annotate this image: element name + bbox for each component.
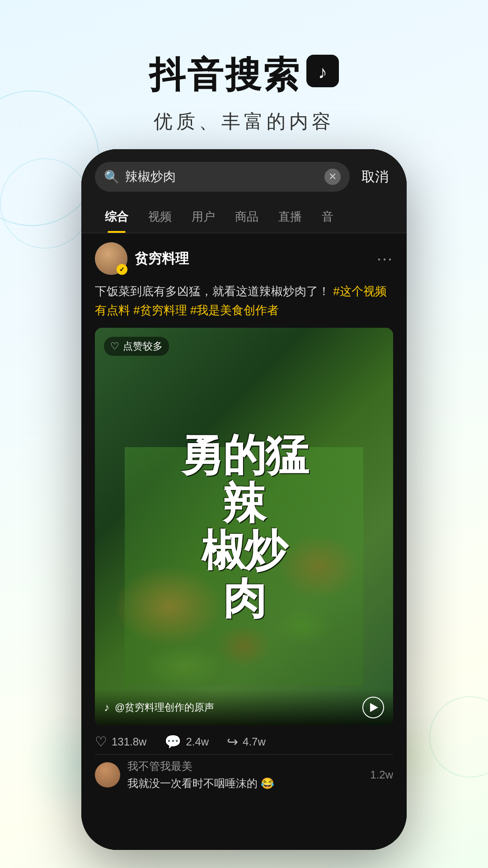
svg-text:♪: ♪ [318,62,327,82]
tabs-container: 综合 视频 用户 商品 直播 音 [81,201,407,233]
phone-frame: 🔍 辣椒炒肉 ✕ 取消 综合 视频 用户 商品 [81,149,407,850]
like-icon: ♡ [95,734,107,750]
comment-text: 我就没一次看时不咽唾沫的 😂 [127,776,363,791]
search-icon: 🔍 [104,170,120,184]
search-query: 辣椒炒肉 [125,168,319,185]
tab-直播[interactable]: 直播 [268,201,312,233]
title-row: 抖音搜索 ♪ [149,51,339,100]
top-section: 抖音搜索 ♪ 优质、丰富的内容 [0,0,488,158]
tab-视频[interactable]: 视频 [138,201,182,233]
comment-icon: 💬 [164,734,181,750]
comments-stat[interactable]: 💬 2.4w [164,734,209,750]
tiktok-small-icon: ♪ [104,701,109,714]
tab-商品[interactable]: 商品 [225,201,268,233]
app-subtitle: 优质、丰富的内容 [154,109,334,134]
verified-badge: ✓ [117,264,127,275]
app-title: 抖音搜索 [149,51,301,100]
post-description: 下饭菜到底有多凶猛，就看这道辣椒炒肉了！ #这个视频有点料 #贫穷料理 #我是美… [95,282,393,320]
play-button[interactable] [362,697,384,718]
tab-用户[interactable]: 用户 [182,201,225,233]
video-bottom-bar: ♪ @贫穷料理创作的原声 [95,689,393,726]
content-area: ✓ 贫穷料理 ··· 下饭菜到底有多凶猛，就看这道辣椒炒肉了！ #这个视频有点料… [81,233,407,850]
comment-content: 我不管我最美 我就没一次看时不咽唾沫的 😂 [127,759,363,791]
bg-decoration-2 [0,158,90,249]
likes-stat[interactable]: ♡ 131.8w [95,734,146,750]
phone-mockup: 🔍 辣椒炒肉 ✕ 取消 综合 视频 用户 商品 [81,149,407,850]
user-card: ✓ 贫穷料理 ··· [95,242,393,275]
play-triangle-icon [370,703,378,712]
stats-bar: ♡ 131.8w 💬 2.4w ↪ 4.7w [95,726,393,754]
commenter-name: 我不管我最美 [127,759,363,774]
cancel-button[interactable]: 取消 [357,168,393,186]
likes-count: 131.8w [112,736,146,748]
shares-count: 4.7w [243,736,266,748]
phone-screen: 🔍 辣椒炒肉 ✕ 取消 综合 视频 用户 商品 [81,149,407,850]
more-options-button[interactable]: ··· [377,249,393,268]
shares-stat[interactable]: ↪ 4.7w [227,734,266,750]
comment-preview: 我不管我最美 我就没一次看时不咽唾沫的 😂 1.2w [95,754,393,791]
search-bar[interactable]: 🔍 辣椒炒肉 ✕ [95,162,350,192]
user-avatar-wrap: ✓ [95,242,127,275]
search-clear-button[interactable]: ✕ [324,169,341,185]
video-title-text: 勇的猛辣椒炒肉 [180,431,308,622]
comments-count: 2.4w [186,736,209,748]
commenter-avatar [95,762,120,788]
video-card[interactable]: ♡ 点赞较多 勇的猛辣椒炒肉 ♪ @贫穷料理创作的原声 [95,328,393,726]
tab-综合[interactable]: 综合 [95,201,138,233]
comment-count: 1.2w [370,769,393,781]
hashtag-2[interactable]: #贫穷料理 [133,303,187,317]
hashtag-3[interactable]: #我是美食创作者 [190,303,279,317]
video-background: ♡ 点赞较多 勇的猛辣椒炒肉 ♪ @贫穷料理创作的原声 [95,328,393,726]
tiktok-logo-icon: ♪ [306,55,339,87]
tab-音频[interactable]: 音 [312,201,343,233]
search-bar-container: 🔍 辣椒炒肉 ✕ 取消 [81,149,407,201]
share-icon: ↪ [227,734,238,750]
video-source-text: @贫穷料理创作的原声 [115,701,357,714]
video-text-overlay: 勇的猛辣椒炒肉 [95,328,393,726]
user-name: 贫穷料理 [135,250,189,268]
